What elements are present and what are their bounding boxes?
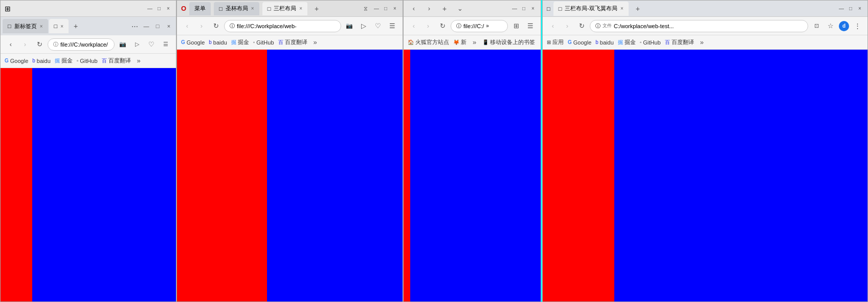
tab-active[interactable]: □ × [49,19,69,33]
forward-btn-2[interactable]: › [195,20,208,32]
maximize-btn-4[interactable]: □ [847,5,854,12]
baidu-icon-4: b [595,39,598,45]
bookmark-baidu[interactable]: b baidu [32,58,50,64]
bookmark-github-4[interactable]: ◦ GitHub [640,39,661,46]
refresh-btn-2[interactable]: ↻ [210,20,222,32]
bookmark-google-2[interactable]: G Google [181,39,205,46]
bookmark-github[interactable]: ◦ GitHub [77,58,98,64]
back-btn-1[interactable]: ‹ [5,38,17,51]
close-btn-3[interactable]: × [529,5,537,12]
bookmarks-more-2[interactable]: » [311,38,319,46]
bookmark-google-4[interactable]: G Google [568,39,591,46]
center-col-blue-3 [410,50,541,301]
forward-btn-fx[interactable]: › [423,3,435,15]
filter-icon[interactable]: ⧖ [361,4,371,14]
camera-icon[interactable]: 📷 [117,38,129,51]
back-nav-fx[interactable]: ‹ [408,20,420,32]
bookmark-baidu-translate-4[interactable]: 百 百度翻译 [665,38,694,46]
new-tab-fx[interactable]: + [438,3,451,15]
cast-icon[interactable]: ⊡ [810,20,822,32]
minimize-btn-4[interactable]: — [838,5,845,12]
menu-icon-4[interactable]: ⋮ [851,20,863,32]
bookmark-baidu-4[interactable]: b baidu [595,39,613,46]
tab-shuangfeiyi[interactable]: □ 三栏布局-双飞翼布局 × [553,2,629,16]
restore-icon[interactable]: □ [152,21,163,31]
close-btn-2[interactable]: × [391,5,398,12]
baidu-icon: b [32,58,35,63]
menu-icon-2[interactable]: ☰ [386,20,398,32]
google-icon: G [5,58,9,63]
forward-btn-1[interactable]: › [19,38,31,51]
star-icon[interactable]: ☆ [825,20,837,32]
heart-icon[interactable]: ♡ [372,20,384,32]
refresh-btn-1[interactable]: ↻ [33,38,46,51]
tab-more-btn[interactable]: ⋯ [129,23,140,30]
back-btn-4[interactable]: ‹ [547,20,559,32]
address-bar-3[interactable]: ⓘ file:///C:/ » [451,20,508,32]
fox-more[interactable]: » [471,38,478,46]
bookmark-fox-new[interactable]: 🦊 新 [453,38,466,46]
shengbei-close[interactable]: × [251,6,254,11]
url-text-1: file:///C:/workplace/ [60,41,108,48]
puzzle-icon[interactable]: ⊞ [510,20,522,32]
refresh-btn-4[interactable]: ↻ [575,20,588,32]
bookmark-github-2[interactable]: ◦ GitHub [253,39,274,46]
tab-menu[interactable]: 菜单 [189,2,211,15]
back-btn-fx[interactable]: ‹ [408,3,420,15]
google-icon-4: G [568,39,572,45]
close-btn-1[interactable]: × [165,5,172,12]
tab-sanlan[interactable]: □ 三栏布局 × [262,2,308,15]
close-btn-4[interactable]: × [856,5,863,12]
maximize-btn-1[interactable]: □ [155,5,163,12]
bookmark-baidu-translate[interactable]: 百 百度翻译 [102,57,131,64]
shuangfeiyi-close[interactable]: × [620,6,624,11]
snap-icon[interactable]: 📷 [343,20,355,32]
new-tab-btn-2[interactable]: + [310,3,323,15]
minimize-btn-1[interactable]: — [146,5,153,12]
tab-close-icon-2[interactable]: × [60,24,63,29]
tab-new-tab[interactable]: □ 新标签页 × [3,19,48,33]
back-btn-2[interactable]: ‹ [181,20,193,32]
address-bar-4[interactable]: ⓘ 文件 C:/workplace/web-test... [590,20,808,32]
github-label: GitHub [80,58,97,64]
left-col-red-1 [1,68,32,301]
minimize-btn-3[interactable]: — [511,5,518,12]
address-bar-1[interactable]: ⓘ file:///C:/workplace/ [48,38,115,51]
forward-nav-fx[interactable]: › [422,20,434,32]
fav-icon[interactable]: ♡ [145,38,158,51]
dropdown-fx[interactable]: ⌄ [454,3,466,15]
minimize-icon[interactable]: — [141,21,151,31]
apps-label: 应用 [552,38,564,46]
minimize-btn-2[interactable]: — [373,5,380,12]
bookmarks-more[interactable]: » [135,57,143,64]
left-col-red-3 [404,50,410,301]
bookmark-google[interactable]: G Google [5,58,28,64]
new-tab-button[interactable]: + [70,20,82,32]
tab-shengbei[interactable]: □ 圣杯布局 × [214,2,259,15]
bookmark-apps[interactable]: ⊞ 应用 [547,38,564,46]
bookmark-mobile[interactable]: 📱 移动设备上的书签 [482,38,535,46]
bookmark-juejin-4[interactable]: 掘 掘金 [618,38,636,46]
address-bar-2[interactable]: ⓘ file:///C:/workplace/web- [224,20,341,32]
bookmark-juejin-2[interactable]: 掘 掘金 [231,38,249,46]
bookmark-baidu-translate-2[interactable]: 百 百度翻译 [278,38,307,46]
apps-icon: ⊞ [547,39,551,45]
forward-btn-4[interactable]: › [561,20,573,32]
maximize-btn-2[interactable]: □ [382,5,389,12]
new-tab-btn-4[interactable]: + [632,3,644,15]
bookmark-fox-home[interactable]: 🏠 火狐官方站点 [408,38,449,46]
bookmarks-more-4[interactable]: » [698,38,706,46]
tab-close-icon[interactable]: × [40,24,43,29]
maximize-btn-3[interactable]: □ [520,5,527,12]
title-bar-3: ‹ › + ⌄ — □ × [404,1,541,17]
read-icon[interactable]: ▷ [131,38,143,51]
refresh-fx[interactable]: ↻ [436,20,449,32]
bookmark-juejin[interactable]: 掘 掘金 [55,57,73,64]
sidebar-icon[interactable]: ☰ [160,38,172,51]
sanlan-close[interactable]: × [299,6,302,11]
close-icon[interactable]: × [164,21,174,31]
share-icon[interactable]: ▷ [358,20,370,32]
menu-fx[interactable]: ☰ [524,20,537,32]
bookmark-baidu-2[interactable]: b baidu [209,39,227,46]
user-avatar[interactable]: d [839,21,849,31]
